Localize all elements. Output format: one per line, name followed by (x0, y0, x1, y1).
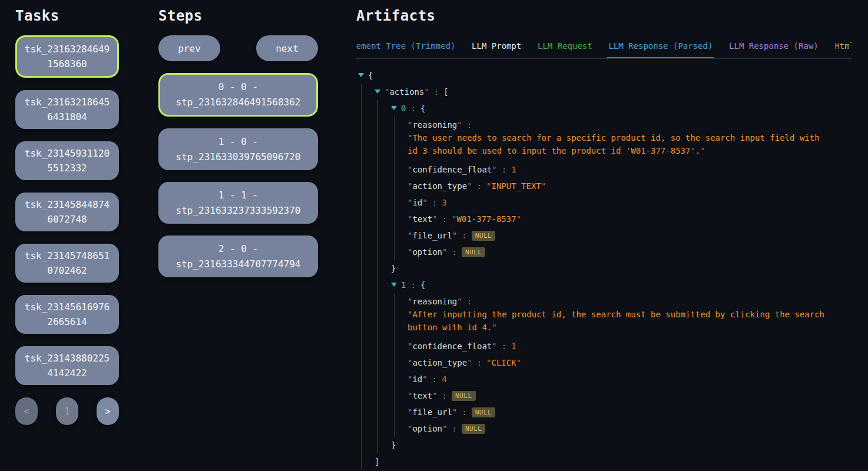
steps-panel: Steps prev next 0 - 0 - stp_231632846491… (158, 7, 318, 289)
tasks-pagination: < 1 > (15, 397, 119, 425)
json-string-value: CLICK (486, 358, 521, 367)
json-key: id (408, 374, 428, 384)
task-id: tsk_231458448746072748 (23, 197, 111, 227)
json-row-file-url: file_url:NULL (408, 227, 852, 244)
json-key: action_type (408, 181, 472, 191)
collapse-arrow-icon[interactable] (375, 89, 380, 94)
task-button[interactable]: tsk_231456169762665614 (15, 295, 119, 334)
null-badge: NULL (472, 407, 496, 417)
steps-title: Steps (158, 7, 318, 25)
json-key: file_url (408, 231, 457, 240)
json-row-file-url: file_url:NULL (408, 404, 852, 420)
json-key: option (408, 247, 447, 257)
json-array-index: 1 (401, 280, 406, 290)
json-root-open: { (358, 67, 852, 84)
tab-llm-response-raw[interactable]: LLM Response (Raw) (729, 41, 819, 58)
step-label: 1 - 0 - stp_231633039765096720 (173, 134, 304, 165)
json-key: reasoning (408, 297, 462, 306)
json-key: file_url (408, 407, 457, 417)
collapse-arrow-icon[interactable] (358, 73, 364, 77)
json-row-reasoning: reasoning: (408, 117, 852, 133)
json-row-text: text:W01-377-8537 (408, 211, 852, 227)
task-id: tsk_231456169762665614 (23, 300, 111, 329)
step-label: 0 - 0 - stp_231632846491568362 (172, 79, 304, 110)
json-key: id (408, 198, 428, 207)
prev-step-button[interactable]: prev (158, 35, 220, 61)
step-button[interactable]: 2 - 0 - stp_231633344707774794 (158, 236, 318, 277)
json-number-value: 1 (511, 341, 516, 351)
tab-element-tree-trimmed[interactable]: Element Tree (Trimmed) (356, 41, 455, 58)
json-item-0-open: 0:{ (391, 100, 852, 117)
task-button[interactable]: tsk_231632846491568360 (15, 35, 119, 78)
json-row-option: option:NULL (408, 244, 852, 260)
json-row-text: text:NULL (408, 387, 852, 404)
null-badge: NULL (462, 247, 486, 257)
artifacts-tab-bar: Element Tree (Trimmed) LLM Prompt LLM Re… (356, 40, 852, 59)
json-array-index: 0 (401, 104, 406, 113)
null-badge: NULL (472, 231, 496, 241)
json-key: reasoning (408, 120, 462, 130)
tasks-title: Tasks (15, 7, 119, 25)
next-step-button[interactable]: next (256, 35, 318, 61)
indent-guide: reasoning: After inputting the product i… (394, 293, 852, 437)
json-item-1-close: } (391, 437, 852, 453)
tasks-panel: Tasks tsk_231632846491568360 tsk_2316321… (15, 7, 119, 425)
task-id: tsk_231459311205512332 (23, 146, 111, 175)
task-button[interactable]: tsk_231458448746072748 (15, 193, 119, 231)
json-key: confidence_float (408, 341, 497, 351)
tab-llm-response-parsed[interactable]: LLM Response (Parsed) (608, 41, 713, 58)
json-key: action_type (408, 358, 472, 367)
json-number-value: 3 (442, 198, 446, 207)
json-key: confidence_float (408, 165, 497, 174)
json-row-confidence: confidence_float:1 (408, 161, 852, 178)
task-id: tsk_231457486510702462 (23, 248, 111, 278)
json-item-1-open: 1:{ (391, 277, 852, 293)
task-button[interactable]: tsk_231457486510702462 (15, 244, 119, 283)
indent-guide: 0:{ reasoning: The user needs to search … (377, 100, 852, 453)
step-label: 2 - 0 - stp_231633344707774794 (173, 241, 304, 272)
tab-html-raw[interactable]: Html (Raw) (834, 41, 852, 58)
artifacts-panel: Artifacts Element Tree (Trimmed) LLM Pro… (356, 7, 852, 471)
json-key: text (408, 391, 438, 400)
task-id: tsk_231438802254142422 (23, 351, 111, 380)
step-button[interactable]: 0 - 0 - stp_231632846491568362 (158, 73, 318, 117)
tab-llm-request[interactable]: LLM Request (538, 41, 592, 58)
json-string-value: After inputting the product id, the sear… (408, 308, 834, 334)
collapse-arrow-icon[interactable] (391, 106, 397, 110)
indent-guide: actions:[ 0:{ reasoning: The user needs … (361, 84, 852, 470)
json-key: text (408, 214, 438, 224)
json-string-value: W01-377-8537 (452, 214, 521, 224)
task-button[interactable]: tsk_231438802254142422 (15, 346, 119, 385)
json-string-value: The user needs to search for a specific … (408, 131, 834, 157)
json-row-reasoning: reasoning: (408, 293, 852, 310)
step-button[interactable]: 1 - 0 - stp_231633039765096720 (158, 128, 318, 170)
tab-llm-prompt[interactable]: LLM Prompt (472, 41, 521, 58)
collapse-arrow-icon[interactable] (391, 283, 397, 287)
null-badge: NULL (452, 391, 476, 401)
json-viewer: { actions:[ 0:{ reasoning: The user need… (358, 67, 852, 471)
json-row-action-type: action_type:CLICK (408, 354, 852, 371)
task-id: tsk_231632846491568360 (23, 42, 111, 71)
pagination-next-button[interactable]: > (97, 397, 119, 425)
json-row-option: option:NULL (408, 420, 852, 437)
json-number-value: 1 (511, 165, 516, 174)
step-button[interactable]: 1 - 1 - stp_231633237333592370 (158, 182, 318, 224)
json-string-value: INPUT_TEXT (486, 181, 546, 191)
json-item-0-close: } (391, 260, 852, 277)
task-id: tsk_231632186456431804 (23, 95, 111, 124)
json-key: actions (385, 87, 429, 97)
pagination-prev-button[interactable]: < (15, 397, 38, 425)
artifacts-title: Artifacts (356, 7, 852, 25)
json-row-id: id:4 (408, 371, 852, 387)
json-row-id: id:3 (408, 194, 852, 211)
null-badge: NULL (462, 424, 486, 434)
pagination-page-button[interactable]: 1 (56, 397, 78, 425)
json-actions-close: ] (375, 453, 852, 470)
json-key: option (408, 424, 447, 433)
json-number-value: 4 (442, 374, 446, 384)
step-label: 1 - 1 - stp_231633237333592370 (173, 188, 304, 218)
task-button[interactable]: tsk_231459311205512332 (15, 141, 119, 180)
json-actions-open: actions:[ (375, 84, 852, 100)
json-row-action-type: action_type:INPUT_TEXT (408, 178, 852, 194)
task-button[interactable]: tsk_231632186456431804 (15, 90, 119, 129)
